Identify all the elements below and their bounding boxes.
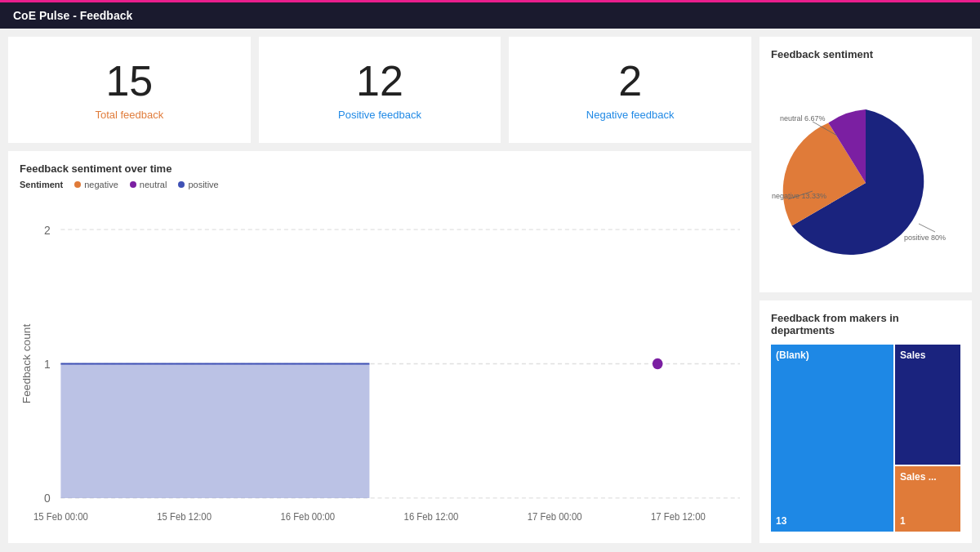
legend-negative: negative	[74, 180, 118, 189]
positive-dot	[178, 181, 185, 188]
neutral-dot	[130, 181, 136, 188]
kpi-negative: 2 Negative feedback	[509, 37, 751, 143]
legend-positive-label: positive	[188, 180, 218, 189]
sales-sub-label: Sales ...	[900, 471, 956, 483]
svg-text:15 Feb 00:00: 15 Feb 00:00	[33, 511, 88, 523]
right-panel: Feedback sentiment	[760, 37, 972, 543]
negative-dot	[74, 181, 81, 188]
kpi-total: 15 Total feedback	[8, 37, 251, 143]
department-panel: Feedback from makers in departments (Bla…	[760, 300, 972, 543]
kpi-total-number: 15	[105, 60, 153, 102]
svg-marker-7	[60, 364, 369, 498]
time-chart-svg: 2 1 0 Feedback count 15 Feb 00:00 15 Feb…	[20, 196, 740, 532]
svg-text:16 Feb 12:00: 16 Feb 12:00	[404, 511, 459, 523]
treemap-sales-cell: Sales	[895, 345, 960, 465]
app-title: CoE Pulse - Feedback	[13, 9, 132, 22]
svg-text:17 Feb 00:00: 17 Feb 00:00	[528, 511, 582, 523]
left-panel: 15 Total feedback 12 Positive feedback 2…	[8, 37, 760, 543]
pie-chart: neutral 6.67% negative 13.33% positive 8…	[772, 77, 960, 273]
legend-label: Sentiment	[20, 180, 63, 189]
department-panel-title: Feedback from makers in departments	[771, 312, 960, 336]
legend-neutral: neutral	[130, 180, 167, 189]
svg-text:0: 0	[44, 492, 51, 505]
svg-text:15 Feb 12:00: 15 Feb 12:00	[157, 511, 212, 523]
treemap: (Blank) 13 Sales Sales ... 1	[771, 345, 960, 532]
blank-value: 13	[776, 515, 889, 527]
kpi-positive-label: Positive feedback	[338, 109, 421, 121]
svg-text:2: 2	[44, 223, 51, 237]
svg-text:neutral 6.67%: neutral 6.67%	[780, 114, 826, 122]
pie-container: neutral 6.67% negative 13.33% positive 8…	[771, 69, 960, 281]
legend-neutral-label: neutral	[140, 180, 167, 189]
legend-positive: positive	[178, 180, 218, 189]
treemap-blank-cell: (Blank) 13	[771, 345, 893, 532]
sentiment-panel-title: Feedback sentiment	[771, 48, 960, 60]
chart-legend: Sentiment negative neutral positive	[20, 180, 740, 189]
sales-sub-value: 1	[900, 515, 956, 527]
time-chart-area: 2 1 0 Feedback count 15 Feb 00:00 15 Feb…	[20, 196, 740, 532]
kpi-negative-label: Negative feedback	[586, 109, 675, 121]
sentiment-chart-panel: Feedback sentiment over time Sentiment n…	[8, 151, 751, 543]
kpi-total-label: Total feedback	[95, 109, 163, 121]
svg-text:negative 13.33%: negative 13.33%	[772, 192, 826, 200]
dashboard: 15 Total feedback 12 Positive feedback 2…	[0, 29, 980, 551]
svg-text:17 Feb 12:00: 17 Feb 12:00	[651, 511, 706, 523]
svg-text:1: 1	[44, 357, 51, 371]
svg-text:16 Feb 00:00: 16 Feb 00:00	[280, 511, 335, 523]
svg-point-8	[653, 358, 663, 370]
blank-label: (Blank)	[776, 349, 889, 361]
svg-text:positive 80%: positive 80%	[904, 234, 946, 242]
top-bar: CoE Pulse - Feedback	[0, 0, 980, 29]
treemap-sales-sub-cell: Sales ... 1	[895, 466, 960, 532]
kpi-row: 15 Total feedback 12 Positive feedback 2…	[8, 37, 751, 143]
sentiment-chart-title: Feedback sentiment over time	[20, 162, 740, 175]
legend-negative-label: negative	[84, 180, 118, 189]
kpi-positive-number: 12	[356, 60, 403, 102]
sales-label: Sales	[900, 349, 956, 361]
treemap-right: Sales Sales ... 1	[895, 345, 960, 532]
kpi-negative-number: 2	[618, 60, 642, 102]
kpi-positive: 12 Positive feedback	[259, 37, 501, 143]
svg-line-19	[919, 224, 935, 232]
svg-text:Feedback count: Feedback count	[20, 323, 32, 403]
sentiment-panel: Feedback sentiment	[760, 37, 972, 292]
